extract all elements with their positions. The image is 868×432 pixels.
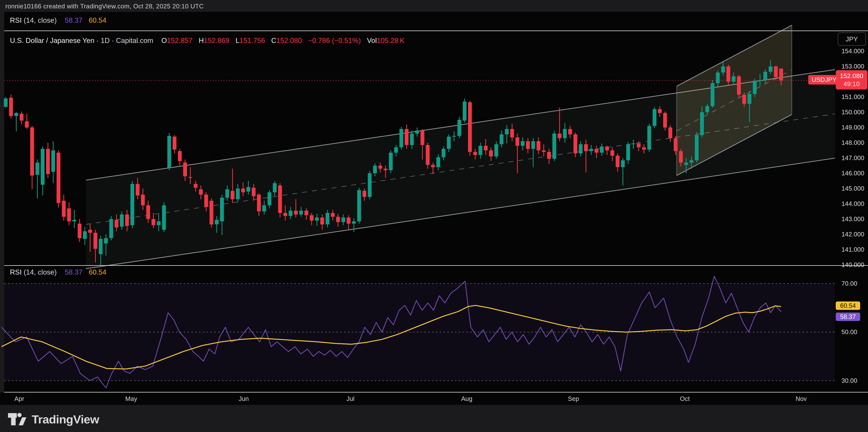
price-tick: 140.000 [835, 261, 868, 268]
candle[interactable] [4, 97, 8, 108]
price-chart[interactable] [0, 26, 835, 265]
price-tick: 154.000 [835, 47, 868, 55]
candle[interactable] [51, 141, 55, 183]
price-axis-column[interactable]: JPY 152.080 49:10 60.54 58.37 154.000153… [835, 12, 868, 405]
month-label-apr: Apr [14, 395, 24, 402]
candle-body [478, 146, 483, 155]
candle[interactable] [46, 143, 50, 178]
candle-body [294, 211, 298, 214]
candle[interactable] [35, 160, 39, 198]
candle-body [679, 151, 683, 163]
candle-body [610, 151, 614, 156]
candle-body [162, 205, 166, 230]
candle-body [220, 198, 224, 221]
candle[interactable] [109, 216, 113, 240]
candle[interactable] [167, 133, 171, 170]
close-value: 152.080 [276, 37, 302, 44]
tradingview-wordmark: TradingView [32, 412, 99, 426]
candle-body [4, 98, 8, 107]
candle[interactable] [737, 75, 741, 98]
rsi-chart[interactable] [0, 265, 835, 392]
candle-body [130, 184, 134, 225]
currency-toggle-button[interactable]: JPY [838, 32, 866, 46]
candle-body [663, 113, 667, 128]
candle-body [600, 146, 604, 153]
rsi-legend-top[interactable]: RSI (14, close) 58.37 60.54 [10, 16, 106, 25]
candle-body [241, 189, 245, 192]
candle[interactable] [20, 111, 24, 124]
candle[interactable] [41, 146, 44, 195]
candle[interactable] [78, 219, 82, 242]
candle[interactable] [389, 151, 393, 173]
rsi-legend[interactable]: RSI (14, close) 58.37 60.54 [10, 268, 106, 276]
candle[interactable] [457, 117, 461, 138]
candle[interactable] [278, 183, 282, 218]
interval[interactable]: 1D [101, 37, 110, 44]
candle-body [552, 134, 556, 159]
candle-body [173, 137, 177, 149]
candle-body [452, 136, 456, 137]
pane-separator[interactable] [4, 31, 868, 31]
candle-body [410, 134, 414, 145]
pane-separator[interactable] [4, 392, 868, 393]
candle-body [83, 231, 87, 239]
candle[interactable] [468, 101, 472, 156]
tradingview-logo[interactable]: TradingView [8, 410, 99, 429]
candle[interactable] [25, 114, 29, 129]
candle[interactable] [695, 132, 699, 163]
rsi-band [4, 284, 835, 381]
candle[interactable] [72, 210, 76, 228]
candle-body [331, 213, 335, 217]
candle-body [626, 144, 630, 160]
rsi-tick: 70.00 [835, 280, 868, 287]
candle[interactable] [67, 202, 71, 225]
candle[interactable] [653, 107, 656, 128]
candle-body [57, 153, 60, 203]
candle[interactable] [57, 151, 60, 208]
candle[interactable] [426, 143, 430, 169]
candle[interactable] [711, 80, 714, 108]
candle[interactable] [162, 202, 166, 232]
candle-body [653, 109, 656, 126]
symbol-title[interactable]: U.S. Dollar / Japanese Yen [10, 37, 94, 44]
candle[interactable] [210, 198, 213, 228]
candle[interactable] [14, 112, 18, 131]
candle[interactable] [368, 171, 372, 199]
candle-body [210, 201, 213, 224]
candle-body [642, 147, 646, 149]
candle-body [605, 146, 609, 151]
current-price: 152.080 [836, 72, 867, 80]
candle[interactable] [130, 181, 134, 228]
candle-body [51, 151, 55, 172]
candle-body [115, 220, 118, 228]
candle-body [35, 163, 39, 175]
candle-body [705, 106, 709, 112]
pane-separator[interactable] [4, 265, 868, 266]
candle[interactable] [357, 188, 361, 224]
rsi-ma-value: 60.54 [89, 268, 106, 276]
candle-body [563, 129, 567, 138]
candle[interactable] [178, 149, 182, 166]
candle-body [621, 160, 625, 167]
candle-body [183, 163, 187, 176]
candle-body [9, 98, 13, 116]
candle[interactable] [9, 95, 13, 118]
candle-body [594, 149, 598, 153]
candle-body [288, 211, 292, 216]
candle[interactable] [173, 135, 177, 154]
high-label: H [198, 37, 204, 44]
bar-countdown: 49:10 [836, 80, 867, 88]
month-label-may: May [125, 395, 137, 402]
candle-body [368, 173, 372, 197]
candle[interactable] [30, 126, 34, 189]
candle[interactable] [647, 124, 651, 152]
candle[interactable] [399, 127, 403, 149]
time-axis[interactable]: AprMayJunJulAugSepOctNov [0, 393, 868, 405]
candle[interactable] [552, 131, 556, 161]
candle[interactable] [62, 195, 66, 221]
candle-body [742, 95, 746, 104]
candle[interactable] [463, 98, 467, 123]
symbol-legend[interactable]: U.S. Dollar / Japanese Yen · 1D · Capita… [10, 37, 404, 45]
candle-body [62, 201, 66, 217]
candle-body [104, 238, 108, 243]
